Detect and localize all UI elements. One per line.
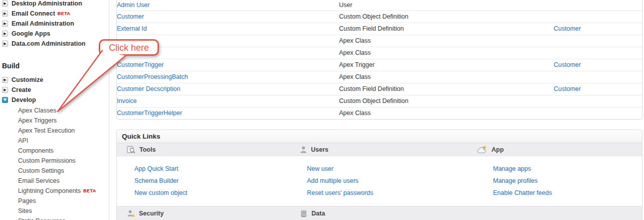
item-type: Apex Class (339, 107, 554, 119)
item-name-link[interactable]: CustomerTrigger (117, 61, 164, 68)
recent-items-table: Admin User User Customer Custom Object D… (117, 0, 642, 119)
sidebar-item-label: Create (12, 86, 31, 93)
item-object-link[interactable]: Customer (554, 85, 581, 92)
app-links: Manage apps Manage profiles Enable Chatt… (467, 163, 642, 199)
app-quick-start-link[interactable]: App Quick Start (134, 163, 290, 175)
new-custom-object-link[interactable]: New custom object (134, 187, 290, 199)
item-name-link[interactable]: Customer (117, 13, 144, 20)
sidebar-item-customize[interactable]: ▶ Customize (0, 75, 109, 85)
sidebar-item-email-services[interactable]: Email Services (18, 176, 109, 186)
sidebar-item-custom-settings[interactable]: Custom Settings (18, 166, 109, 176)
sidebar-item-label: Data.com Administration (12, 40, 85, 47)
email-services-link[interactable]: Email Services (18, 177, 60, 184)
app-section-header: App (467, 143, 642, 156)
expand-caret-icon[interactable]: ▶ (2, 21, 8, 27)
item-type: Custom Field Definition (339, 23, 554, 35)
item-name-link[interactable]: CustomerProessingBatch (117, 73, 188, 80)
setup-sidebar: ▶ Desktop Administration ▶ Email Connect… (0, 0, 109, 220)
sidebar-item-label: Develop (12, 96, 36, 103)
sidebar-item-google-apps[interactable]: ▶ Google Apps (0, 29, 109, 39)
sidebar-item-label: Customize (12, 76, 43, 83)
enable-chatter-feeds-link[interactable]: Enable Chatter feeds (493, 187, 642, 199)
custom-permissions-link[interactable]: Custom Permissions (18, 157, 76, 164)
item-name-link[interactable]: Invoice (117, 97, 137, 104)
apex-classes-link[interactable]: Apex Classes (18, 107, 56, 114)
manage-profiles-link[interactable]: Manage profiles (493, 175, 642, 187)
sites-link[interactable]: Sites (18, 207, 32, 214)
sidebar-item-develop[interactable]: ▼ Develop (0, 95, 109, 105)
sidebar-item-components[interactable]: Components (18, 146, 109, 156)
item-type: User (339, 0, 554, 11)
sidebar-item-apex-classes[interactable]: Apex Classes (18, 105, 109, 116)
build-section-list: ▶ Customize ▶ Create ▼ Develop (0, 75, 109, 105)
person-key-icon (127, 209, 135, 217)
table-row: CustomerProessingBatch Apex Class (117, 71, 642, 83)
item-type: Apex Class (339, 35, 554, 47)
sidebar-item-label: Desktop Administration (12, 0, 82, 7)
quick-links-section-header-row-2: Security Data (117, 206, 642, 220)
add-multiple-users-link[interactable]: Add multiple users (307, 175, 467, 187)
expand-caret-icon[interactable]: ▶ (2, 1, 8, 7)
new-user-link[interactable]: New user (307, 163, 467, 175)
table-row: Customer Decscription Custom Field Defin… (117, 83, 642, 95)
api-link[interactable]: API (18, 137, 28, 144)
sidebar-item-email-administration[interactable]: ▶ Email Administration (0, 19, 109, 29)
expand-caret-icon[interactable]: ▶ (2, 87, 8, 93)
security-section-header: Security (117, 206, 290, 220)
sidebar-item-label: Email Connect (12, 10, 55, 17)
recent-items-panel: Admin User User Customer Custom Object D… (116, 0, 642, 120)
sidebar-item-lightning-components[interactable]: Lightning ComponentsBETA (18, 186, 109, 196)
tools-links: App Quick Start Schema Builder New custo… (117, 163, 290, 199)
data-section-label: Data (311, 210, 325, 217)
sidebar-item-sites[interactable]: Sites (18, 206, 109, 216)
administer-section-list: ▶ Desktop Administration ▶ Email Connect… (0, 0, 109, 49)
collapse-caret-icon[interactable]: ▼ (2, 97, 8, 103)
item-name-link[interactable]: Customer Decscription (117, 85, 180, 92)
table-row: CustomerTrigger Apex Trigger Customer (117, 59, 642, 71)
static-resources-link[interactable]: Static Resources (18, 217, 65, 220)
item-object-link[interactable]: Customer (554, 61, 581, 68)
table-row: Invoice Custom Object Definition (117, 95, 642, 107)
sidebar-item-apex-triggers[interactable]: Apex Triggers (18, 116, 109, 126)
schema-builder-link[interactable]: Schema Builder (134, 175, 290, 187)
expand-caret-icon[interactable]: ▶ (2, 41, 8, 47)
pages-link[interactable]: Pages (18, 197, 36, 204)
lightning-components-link[interactable]: Lightning Components (18, 187, 81, 194)
expand-caret-icon[interactable]: ▶ (2, 31, 8, 37)
security-section-label: Security (139, 210, 164, 217)
cloud-sun-icon (477, 146, 488, 154)
sidebar-item-create[interactable]: ▶ Create (0, 85, 109, 95)
sidebar-item-datacom-administration[interactable]: ▶ Data.com Administration (0, 39, 109, 49)
sidebar-item-custom-permissions[interactable]: Custom Permissions (18, 156, 109, 166)
app-section-label: App (492, 146, 504, 153)
item-name-link[interactable]: Admin User (117, 2, 149, 9)
manage-apps-link[interactable]: Manage apps (493, 163, 642, 175)
item-name-link[interactable]: External Id (117, 25, 147, 32)
item-name-link[interactable]: CustomerTriggerHelper (117, 109, 182, 117)
sidebar-item-pages[interactable]: Pages (18, 196, 109, 206)
sidebar-item-email-connect[interactable]: ▶ Email Connect BETA (0, 9, 109, 19)
apex-test-execution-link[interactable]: Apex Test Execution (18, 127, 75, 134)
apex-triggers-link[interactable]: Apex Triggers (18, 117, 57, 124)
expand-caret-icon[interactable]: ▶ (2, 77, 8, 83)
table-row: CustomerTriggerHelper Apex Class (117, 107, 642, 119)
build-section-header: Build (0, 62, 109, 70)
reset-users-passwords-link[interactable]: Reset users' passwords (307, 187, 467, 199)
components-link[interactable]: Components (18, 147, 54, 154)
sidebar-item-static-resources[interactable]: Static Resources (18, 216, 109, 220)
item-object-link[interactable]: Customer (554, 25, 581, 32)
quick-links-panel: Quick Links Tools (116, 130, 642, 220)
sidebar-item-apex-test-execution[interactable]: Apex Test Execution (18, 126, 109, 136)
expand-caret-icon[interactable]: ▶ (2, 11, 8, 17)
table-row: Admin User User (117, 0, 642, 11)
table-row: Customer Custom Object Definition (117, 11, 642, 23)
quick-links-links-row: App Quick Start Schema Builder New custo… (117, 156, 642, 206)
empty-band-cell (467, 206, 642, 220)
tools-section-header: Tools (117, 143, 290, 156)
sidebar-item-desktop-administration[interactable]: ▶ Desktop Administration (0, 0, 109, 9)
develop-children-list: Apex Classes Apex Triggers Apex Test Exe… (0, 105, 109, 220)
sidebar-item-label: Google Apps (12, 30, 50, 37)
quick-links-section-header-row: Tools Users (117, 143, 642, 156)
custom-settings-link[interactable]: Custom Settings (18, 167, 64, 174)
sidebar-item-api[interactable]: API (18, 136, 109, 146)
